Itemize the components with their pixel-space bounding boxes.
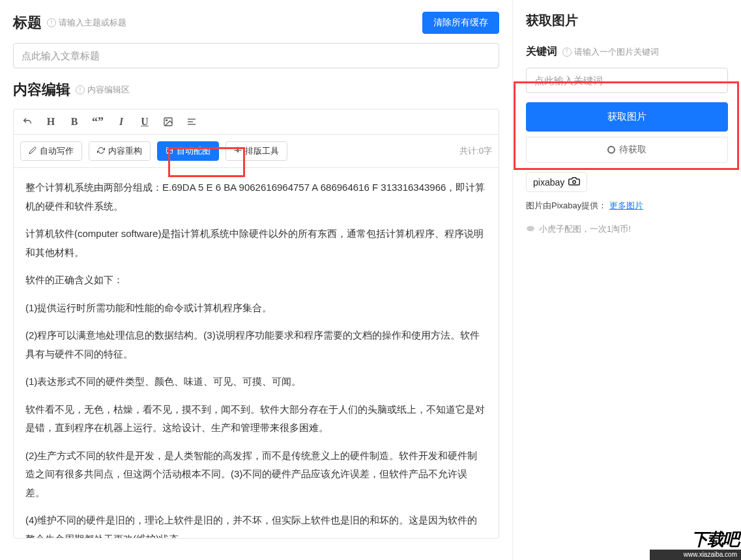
italic-icon[interactable]: I <box>114 115 128 129</box>
svg-point-6 <box>168 148 169 150</box>
content-hint: ! 内容编辑区 <box>76 84 130 96</box>
pixabay-badge: pixabay <box>526 172 587 192</box>
quote-icon[interactable]: “” <box>91 115 105 129</box>
content-paragraph: 计算机软件(computer software)是指计算机系统中除硬件以外的所有… <box>25 225 487 262</box>
svg-point-8 <box>573 180 576 184</box>
content-paragraph: 整个计算机系统由两部分组成：E.69DA 5 E 6 BA 9062616964… <box>25 178 487 216</box>
content-paragraph: (4)维护不同的硬件是旧的，理论上软件是旧的，并不坏，但实际上软件也是旧的和坏的… <box>25 511 487 539</box>
fetch-image-button[interactable]: 获取图片 <box>526 102 728 132</box>
content-hint-text: 内容编辑区 <box>87 84 130 96</box>
info-icon: ! <box>76 85 85 94</box>
side-panel: 获取图片 关键词 ! 请输入一个图片关键词 获取图片 待获取 pixabay 图… <box>513 0 741 560</box>
provider-line: 图片由Pixabay提供： 更多图片 <box>526 200 728 212</box>
undo-icon[interactable] <box>20 115 35 129</box>
auto-image-button[interactable]: 自动配图 <box>157 141 219 161</box>
layout-tool-button[interactable]: 排版工具 <box>225 141 287 161</box>
keyword-section-header: 关键词 ! 请输入一个图片关键词 <box>526 45 728 59</box>
keyword-label: 关键词 <box>526 45 557 59</box>
title-hint: ! 请输入主题或标题 <box>47 17 126 29</box>
more-images-link[interactable]: 更多图片 <box>609 201 643 210</box>
status-text: 待获取 <box>619 144 647 156</box>
svg-point-9 <box>527 225 534 231</box>
status-box: 待获取 <box>526 137 728 163</box>
content-section-header: 内容编辑 ! 内容编辑区 <box>13 80 499 100</box>
pixabay-label: pixabay <box>533 177 564 188</box>
keyword-input[interactable] <box>526 68 728 93</box>
content-paragraph: 软件看不见，无色，枯燥，看不见，摸不到，闻不到。软件大部分存在于人们的头脑或纸上… <box>25 400 487 438</box>
article-title-input[interactable] <box>13 43 499 68</box>
restructure-button[interactable]: 内容重构 <box>89 141 151 161</box>
content-paragraph: (2)程序可以满意地处理信息的数据结构。(3)说明程序功能要求和程序需要的文档的… <box>25 326 487 363</box>
image-icon[interactable] <box>161 115 175 129</box>
footer-note-text: 小虎子配图，一次1淘币! <box>539 223 631 235</box>
action-row: 自动写作 内容重构 自动配图 排版工具 共计:0字 <box>13 134 499 167</box>
content-paragraph: (1)提供运行时所需功能和性能的命令或计算机程序集合。 <box>25 299 487 318</box>
title-label: 标题 <box>13 13 42 33</box>
content-paragraph: 软件的正确含义如下： <box>25 271 487 290</box>
keyword-hint-text: 请输入一个图片关键词 <box>574 46 659 58</box>
layout-icon <box>234 147 242 156</box>
refresh-icon <box>97 147 105 156</box>
camera-icon <box>568 176 580 188</box>
content-paragraph: (2)生产方式不同的软件是开发，是人类智能的高发挥，而不是传统意义上的硬件制造。… <box>25 447 487 503</box>
watermark-logo: 下载吧 <box>691 528 738 551</box>
svg-point-1 <box>166 120 167 121</box>
clear-cache-button[interactable]: 清除所有缓存 <box>422 12 499 34</box>
coin-icon <box>526 224 535 235</box>
title-hint-text: 请输入主题或标题 <box>59 17 126 29</box>
status-circle-icon <box>607 146 615 154</box>
main-panel: 标题 ! 请输入主题或标题 清除所有缓存 内容编辑 ! 内容编辑区 H <box>0 0 513 560</box>
watermark-url: www.xiazaiba.com <box>650 550 741 560</box>
editor-toolbar: H B “” I U <box>13 109 499 134</box>
picture-icon <box>166 147 173 156</box>
info-icon: ! <box>47 18 56 27</box>
heading-icon[interactable]: H <box>44 115 58 129</box>
align-icon[interactable] <box>184 115 199 129</box>
title-section-header: 标题 ! 请输入主题或标题 清除所有缓存 <box>13 12 499 34</box>
info-icon: ! <box>562 48 572 57</box>
provider-text: 图片由Pixabay提供： <box>526 201 607 210</box>
word-count: 共计:0字 <box>459 145 492 157</box>
content-paragraph: (1)表达形式不同的硬件类型、颜色、味道、可见、可摸、可闻。 <box>25 372 487 391</box>
footer-note: 小虎子配图，一次1淘币! <box>526 223 728 235</box>
keyword-hint: ! 请输入一个图片关键词 <box>562 46 659 58</box>
content-edit-label: 内容编辑 <box>13 80 70 100</box>
editor-content[interactable]: 整个计算机系统由两部分组成：E.69DA 5 E 6 BA 9062616964… <box>13 167 499 539</box>
side-title: 获取图片 <box>526 12 728 29</box>
pencil-icon <box>29 147 36 156</box>
watermark: 下载吧 www.xiazaiba.com <box>650 521 741 560</box>
underline-icon[interactable]: U <box>138 115 152 129</box>
auto-write-button[interactable]: 自动写作 <box>20 141 82 161</box>
bold-icon[interactable]: B <box>67 115 81 129</box>
